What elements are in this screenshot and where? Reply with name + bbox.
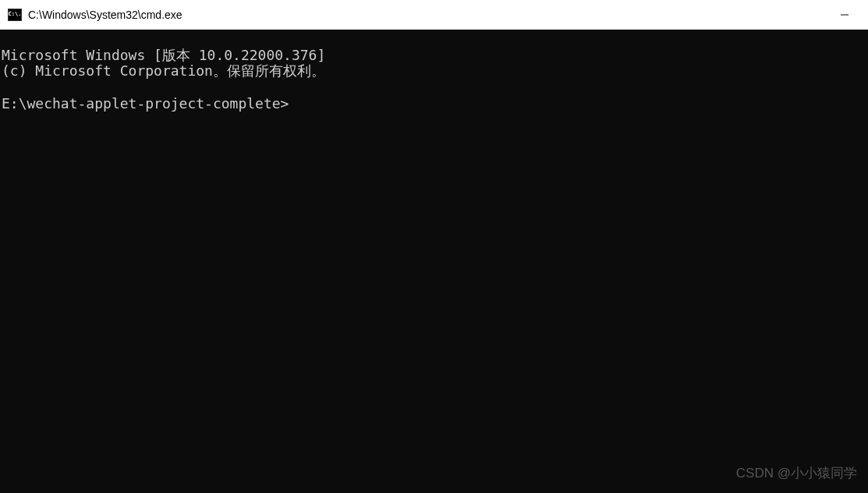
window-title: C:\Windows\System32\cmd.exe <box>28 9 182 21</box>
terminal-line-copyright: (c) Microsoft Corporation。保留所有权利。 <box>2 62 325 79</box>
terminal-output[interactable]: Microsoft Windows [版本 10.0.22000.376] (c… <box>0 30 868 493</box>
titlebar: C:\. C:\Windows\System32\cmd.exe <box>0 0 868 30</box>
titlebar-controls <box>837 7 860 23</box>
titlebar-left: C:\. C:\Windows\System32\cmd.exe <box>8 9 182 21</box>
cmd-icon: C:\. <box>8 9 22 21</box>
terminal-prompt[interactable]: E:\wechat-applet-project-complete> <box>2 95 289 112</box>
minimize-button[interactable] <box>837 7 852 23</box>
cmd-icon-text: C:\. <box>9 12 22 17</box>
terminal-line-version: Microsoft Windows [版本 10.0.22000.376] <box>2 47 325 63</box>
